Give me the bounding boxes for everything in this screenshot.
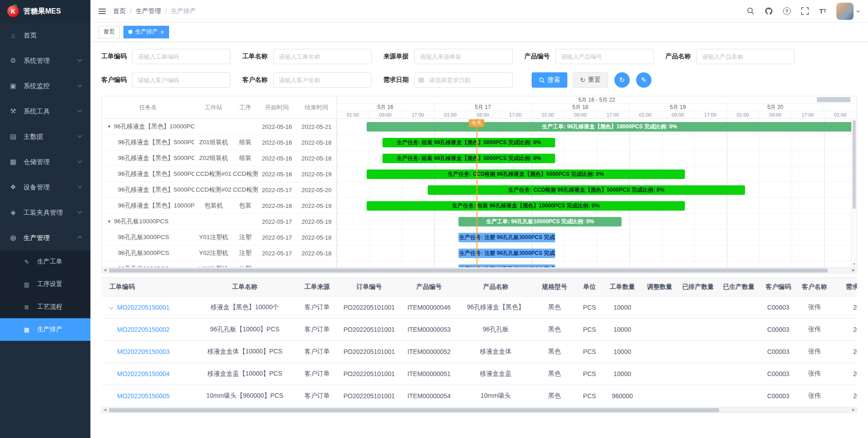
task-bar[interactable]: 生产任务: 组装 96孔移液盒【黑色】5000PCS 完成比例: 0% <box>382 154 555 163</box>
gantt-task-row-4[interactable]: 96孔移液盒【黑色】5000PCSCCD检测#02CCD检测2022-05-17… <box>102 182 336 198</box>
text-input-工单编码[interactable] <box>132 49 231 64</box>
gantt-horizontal-scrollbar[interactable]: ◀ ▶ <box>101 268 857 273</box>
expand-triangle-icon[interactable]: ▼ <box>107 219 111 224</box>
gantt-task-row-8[interactable]: 96孔孔板3000PCSY02注塑机注塑2022-05-172022-05-18 <box>102 245 336 261</box>
task-name-cell: 96孔孔板3000PCS <box>102 249 194 257</box>
text-input-客户名称[interactable] <box>273 72 372 88</box>
sidebar-subitem-2[interactable]: ≣工艺流程 <box>0 296 90 318</box>
table-row[interactable]: MO202205150004移液盒盒盖【10000】PCS客户订单PO20220… <box>101 363 857 385</box>
gantt-task-row-0[interactable]: ▼96孔移液盒【黑色】10000PCS2022-05-162022-05-21 <box>102 119 336 135</box>
breadcrumb-item-0[interactable]: 首页 <box>113 7 126 15</box>
orders-horizontal-scrollbar[interactable]: ◀ ▶ <box>101 407 857 413</box>
tab-1[interactable]: 生产排产× <box>123 26 169 38</box>
gantt-task-row-2[interactable]: 96孔移液盒【黑色】5000PCSZ02组装机组装2022-05-162022-… <box>102 151 336 166</box>
scroll-left-icon[interactable]: ◀ <box>102 407 108 413</box>
expand-triangle-icon[interactable]: ▼ <box>107 124 111 129</box>
task-name-cell: 96孔移液盒【黑色】10000PCS <box>102 202 194 210</box>
task-station: Z02组装机 <box>194 154 233 162</box>
github-icon[interactable] <box>764 7 773 16</box>
timeline-header-scrollbar[interactable] <box>817 97 850 102</box>
task-bar[interactable]: 生产任务: 注塑 96孔孔板3000PCS 完成比例: 0% <box>458 249 555 258</box>
gantt-task-row-5[interactable]: 96孔移液盒【黑色】10000PCS包装机包装2022-05-162022-05… <box>102 198 336 214</box>
gantt-task-row-9[interactable]: 96孔孔板3000PCSY03注塑机注塑2022-05-172022-05-18 <box>102 261 336 267</box>
gantt-task-row-1[interactable]: 96孔移液盒【黑色】5000PCSZ01组装机组装2022-05-162022-… <box>102 135 336 151</box>
gantt-vertical-scrollbar[interactable]: ▼ <box>851 119 857 267</box>
timeline-day-label-0: 5月 16 <box>337 104 434 111</box>
horizontal-scroll-thumb[interactable] <box>109 408 719 412</box>
table-row[interactable]: MO20220515000296孔孔板【10000】PCS客户订单PO20220… <box>101 319 857 341</box>
sidebar-item-0[interactable]: ⌂首页 <box>0 23 90 48</box>
refresh-button[interactable]: ↻ <box>614 72 630 88</box>
breadcrumb-item-1[interactable]: 生产管理 <box>136 7 161 15</box>
scroll-right-icon[interactable]: ▶ <box>850 268 857 273</box>
close-icon[interactable]: × <box>160 29 164 35</box>
text-input-工单名称[interactable] <box>273 49 372 64</box>
sidebar-item-2[interactable]: ▣系统监控 <box>0 73 90 99</box>
gear-icon: ⚙ <box>8 57 18 65</box>
row-expand-chevron-icon[interactable] <box>109 305 113 310</box>
sidebar-item-8[interactable]: ◎生产管理 <box>0 225 90 250</box>
gantt-task-row-3[interactable]: 96孔移液盒【黑色】5000PCSCCD检测#01CCD检测2022-05-16… <box>102 166 336 182</box>
demand-date-input[interactable] <box>414 72 513 88</box>
search-icon[interactable] <box>746 7 755 16</box>
sidebar-toggle-icon[interactable] <box>99 9 106 14</box>
work-order-bar[interactable]: 生产工单: 96孔孔板10000PCS 完成比例: 0% <box>458 217 622 226</box>
sidebar-item-6[interactable]: ❖设备管理 <box>0 174 90 200</box>
task-bar[interactable]: 生产任务: 包装 96孔移液盒【黑色】10000PCS 完成比例: 0% <box>367 201 685 211</box>
tab-0[interactable]: 首页 <box>99 26 120 38</box>
help-icon[interactable]: ? <box>782 7 791 16</box>
edit-button[interactable]: ✎ <box>636 72 651 88</box>
timeline-hour-label: 17:00 <box>597 111 629 118</box>
task-bar[interactable]: 生产任务: 注塑 96孔孔板3000PCS 完成比例: 0% <box>458 233 555 242</box>
cell-qty: 10000 <box>603 363 642 385</box>
work-order-link[interactable]: MO202205150002 <box>117 326 170 333</box>
work-order-link[interactable]: MO202205150004 <box>117 370 170 377</box>
task-bar[interactable]: 生产任务: 注塑 96孔孔板3000PCS 完成比例: 0% <box>458 264 555 267</box>
today-badge: 今天 <box>469 119 484 127</box>
work-order-link[interactable]: MO202205150001 <box>117 304 170 311</box>
work-order-link[interactable]: MO202205150005 <box>117 392 170 400</box>
sidebar-item-5[interactable]: ▦仓储管理 <box>0 149 90 174</box>
sidebar-item-1[interactable]: ⚙系统管理 <box>0 48 90 73</box>
cell-produced <box>718 385 759 407</box>
work-order-bar[interactable]: 生产工单: 96孔移液盒【黑色】10000PCS 完成比例: 0% <box>367 122 853 132</box>
cell-source: 客户订单 <box>296 297 339 319</box>
task-bar[interactable]: 生产任务: CCD检测 96孔移液盒【黑色】5000PCS 完成比例: 0% <box>428 185 745 195</box>
task-bar[interactable]: 生产任务: 组装 96孔移液盒【黑色】5000PCS 完成比例: 0% <box>382 138 555 147</box>
cell-code: MO202205150001 <box>101 297 194 319</box>
cell-adjust <box>642 363 678 385</box>
table-row[interactable]: MO202205150003移液盒盒体【10000】PCS客户订单PO20220… <box>101 341 857 363</box>
text-input-来源单据[interactable] <box>414 49 513 64</box>
font-size-icon[interactable]: TT <box>818 7 827 16</box>
avatar[interactable] <box>836 3 854 20</box>
sidebar-subitem-3[interactable]: ▦生产排产 <box>0 318 90 341</box>
sidebar-item-4[interactable]: ▤主数据 <box>0 124 90 149</box>
gantt-table-header: 任务名工作站工序开始时间结束时间 <box>102 96 336 119</box>
text-input-产品名称[interactable] <box>696 49 795 64</box>
gantt-task-row-6[interactable]: ▼96孔孔板10000PCS2022-05-172022-05-19 <box>102 214 336 230</box>
cell-produced <box>718 297 759 319</box>
sidebar-item-3[interactable]: ⚒系统工具 <box>0 99 90 124</box>
sidebar-subitem-label: 工序设置 <box>37 280 90 288</box>
table-row[interactable]: MO202205150001移液盒【黑色】10000个客户订单PO2022051… <box>101 297 857 319</box>
search-button[interactable]: 搜索 <box>532 72 567 88</box>
scroll-left-icon[interactable]: ◀ <box>102 268 108 273</box>
reset-button[interactable]: ↻重置 <box>573 72 608 88</box>
cell-adjust <box>642 319 678 341</box>
sidebar-item-7[interactable]: ◈工装夹具管理 <box>0 200 90 225</box>
scroll-down-icon[interactable]: ▼ <box>852 262 857 267</box>
text-input-产品编号[interactable] <box>555 49 654 64</box>
gantt-task-row-7[interactable]: 96孔孔板3000PCSY01注塑机注塑2022-05-172022-05-18 <box>102 230 336 245</box>
scroll-right-icon[interactable]: ▶ <box>850 407 857 413</box>
cell-scheduled <box>678 363 718 385</box>
work-order-link[interactable]: MO202205150003 <box>117 348 170 355</box>
user-menu[interactable] <box>836 3 860 20</box>
task-bar[interactable]: 生产任务: CCD检测 96孔移液盒【黑色】5000PCS 完成比例: 0% <box>367 170 685 179</box>
fullscreen-icon[interactable] <box>800 7 809 16</box>
vertical-scroll-thumb[interactable] <box>853 120 856 209</box>
horizontal-scroll-thumb[interactable] <box>109 268 828 273</box>
sidebar-subitem-1[interactable]: ▥工序设置 <box>0 273 90 296</box>
table-row[interactable]: MO20220515000510mm吸头【960000】PCS客户订单PO202… <box>101 385 857 407</box>
text-input-客户编码[interactable] <box>132 72 231 88</box>
sidebar-subitem-0[interactable]: ✎生产工单 <box>0 250 90 273</box>
